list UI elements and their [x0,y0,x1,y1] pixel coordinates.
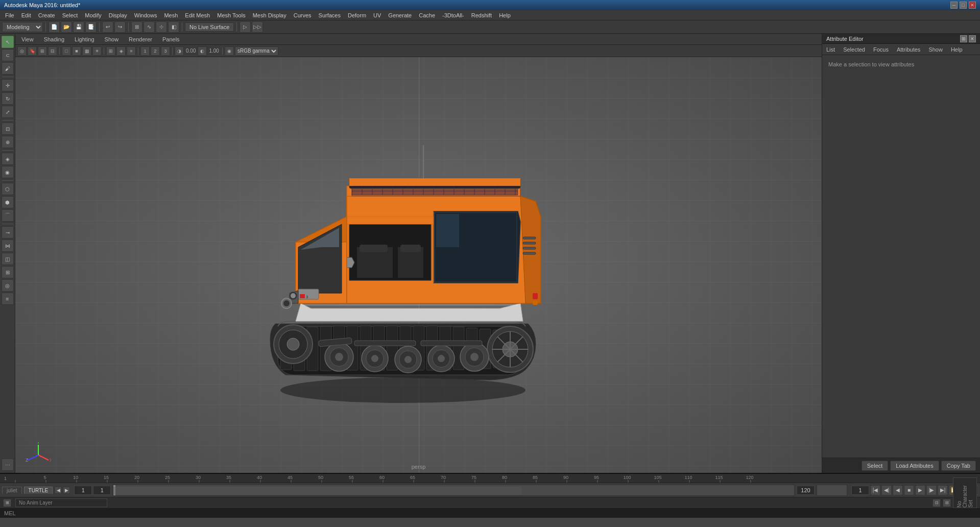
char-set-button-2[interactable]: ⊟ [943,499,951,507]
select-tool-button[interactable]: ↖ [2,36,14,48]
move-tool-button[interactable]: ✛ [2,79,14,91]
attr-menu-attributes[interactable]: Attributes [895,45,922,54]
menu-mesh-tools[interactable]: Mesh Tools [214,11,248,19]
menu-uv[interactable]: UV [370,11,384,19]
ik-button[interactable]: ⋈ [2,239,14,252]
vp-high-res-icon[interactable]: 3 [161,46,170,56]
vp-gain-icon[interactable]: ◐ [198,46,207,56]
misc-tool-button[interactable]: ⋯ [2,459,14,471]
play-forward-button[interactable]: ▶ [915,485,925,495]
title-bar-buttons[interactable]: ─ □ ✕ [950,2,976,9]
vp-wireframe-icon[interactable]: □ [62,46,71,56]
no-anim-layer-badge[interactable]: No Anim Layer [15,498,107,507]
menu-mesh-display[interactable]: Mesh Display [250,11,290,19]
tab-turtle[interactable]: TURTLE [24,487,53,494]
timeline-track-2[interactable] [817,485,847,496]
vp-frame-all-icon[interactable]: ⊞ [38,46,47,56]
menu-curves[interactable]: Curves [291,11,315,19]
maximize-button[interactable]: □ [960,2,967,9]
playback-start-input[interactable] [93,486,111,495]
3d-viewport[interactable]: 3 [15,57,822,473]
play-back-button[interactable]: ◀ [893,485,903,495]
timeline-track[interactable] [113,485,795,496]
attr-editor-float-button[interactable]: ⊞ [960,35,967,42]
attr-menu-show[interactable]: Show [926,45,945,54]
current-frame-input[interactable] [74,486,92,495]
vp-isoline-icon[interactable]: ≡ [127,46,136,56]
render-sequence-button[interactable]: ▷▷ [252,21,263,33]
timeline-ruler[interactable]: 1 5 10 15 20 25 30 [0,474,980,483]
paint-select-button[interactable]: 🖌 [2,62,14,75]
undo-button[interactable]: ↩ [102,21,113,33]
menu-create[interactable]: Create [35,11,58,19]
tab-prev-button[interactable]: ◀ [55,487,62,494]
attr-menu-help[interactable]: Help [949,45,965,54]
snap-grid-button[interactable]: ⊞ [131,21,142,33]
workspace-dropdown[interactable]: Modeling [2,22,43,32]
viewport-menu-show[interactable]: Show [103,35,121,43]
new-scene-button[interactable]: 📄 [49,21,60,33]
start-frame-input[interactable] [851,486,869,495]
attr-menu-selected[interactable]: Selected [841,45,867,54]
save-as-button[interactable]: 📑 [85,21,97,33]
vp-low-res-icon[interactable]: 1 [140,46,150,56]
joint-tool-button[interactable]: ⊸ [2,226,14,238]
vp-bookmark-icon[interactable]: 🔖 [28,46,37,56]
menu-windows[interactable]: Windows [131,11,160,19]
attr-menu-list[interactable]: List [824,45,837,54]
vp-grid-icon[interactable]: ⊞ [106,46,115,56]
menu-cache[interactable]: Cache [416,11,438,19]
bend-button[interactable]: ⌒ [2,209,14,222]
menu-display[interactable]: Display [106,11,130,19]
stop-button[interactable]: ■ [904,485,914,495]
vp-xray-icon[interactable]: ◈ [116,46,126,56]
skin-button[interactable]: ◫ [2,253,14,265]
go-to-start-button[interactable]: |◀ [870,485,880,495]
menu-surfaces[interactable]: Surfaces [316,11,344,19]
universal-manip-button[interactable]: ◈ [2,153,14,165]
attr-editor-close-button[interactable]: ✕ [969,35,976,42]
minimize-button[interactable]: ─ [950,2,958,9]
copy-tab-button[interactable]: Copy Tab [941,461,976,471]
anim-layer-toggle[interactable]: ⊞ [3,499,11,507]
viewport-menu-shading[interactable]: Shading [42,35,66,43]
colorspace-dropdown[interactable]: sRGB gamma [235,46,278,56]
menu-select[interactable]: Select [59,11,81,19]
vp-colorspace-icon[interactable]: ◉ [225,46,234,56]
viewport-menu-lighting[interactable]: Lighting [73,35,97,43]
snap-curve-button[interactable]: ∿ [144,21,155,33]
lattice-button[interactable]: ⬡ [2,183,14,195]
snap-surface-button[interactable]: ◧ [168,21,179,33]
select-button[interactable]: Select [862,461,889,471]
snap-point-button[interactable]: ⊹ [156,21,167,33]
menu-edit-mesh[interactable]: Edit Mesh [182,11,213,19]
vp-smooth-shade-icon[interactable]: ■ [72,46,81,56]
scale-tool-button[interactable]: ⤢ [2,106,14,118]
load-attributes-button[interactable]: Load Attributes [890,461,939,471]
show-manip-button[interactable]: ⊕ [2,136,14,148]
menu-mesh[interactable]: Mesh [161,11,181,19]
menu-generate[interactable]: Generate [385,11,415,19]
playback-end-input[interactable] [797,486,815,495]
soft-mod-button[interactable]: ◉ [2,166,14,178]
extra-tool-button[interactable]: ≡ [2,293,14,305]
menu-file[interactable]: File [2,11,17,19]
open-scene-button[interactable]: 📂 [61,21,72,33]
attr-menu-focus[interactable]: Focus [871,45,891,54]
menu-help[interactable]: Help [496,11,514,19]
menu-edit[interactable]: Edit [18,11,34,19]
no-live-surface-button[interactable]: No Live Surface [185,22,234,32]
step-back-button[interactable]: ◀| [881,485,892,495]
last-tool-button[interactable]: ⊡ [2,123,14,135]
sculpt-button[interactable]: ◎ [2,279,14,292]
render-current-button[interactable]: ▷ [240,21,251,33]
vp-med-res-icon[interactable]: 2 [151,46,160,56]
vp-texture-icon[interactable]: ▦ [82,46,91,56]
menu-redshift[interactable]: Redshift [468,11,495,19]
menu-deform[interactable]: Deform [345,11,369,19]
tab-juliet[interactable]: juliet [2,487,22,494]
viewport-menu-view[interactable]: View [19,35,36,43]
menu-modify[interactable]: Modify [82,11,104,19]
viewport-menu-renderer[interactable]: Renderer [127,35,154,43]
vp-lights-icon[interactable]: ☀ [92,46,102,56]
